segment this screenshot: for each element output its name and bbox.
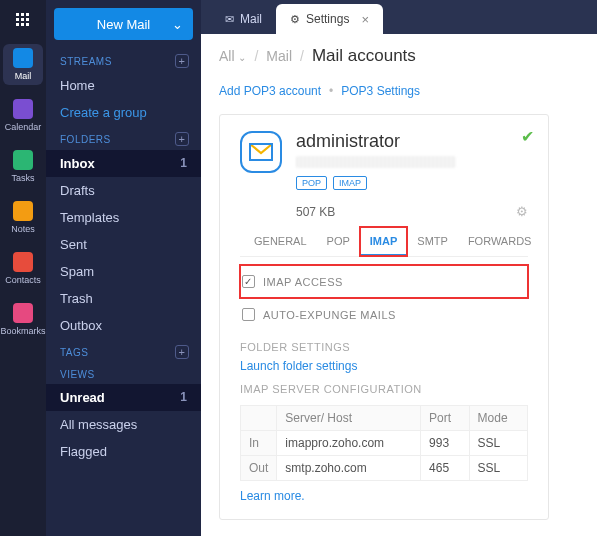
section-tags-header: TAGS+ [46, 339, 201, 363]
table-cell: 993 [421, 431, 469, 456]
imap-access-checkbox[interactable] [242, 275, 255, 288]
table-row: Inimappro.zoho.com993SSL [241, 431, 528, 456]
subtab-smtp[interactable]: SMTP [407, 227, 458, 256]
subtab-imap[interactable]: IMAP [360, 227, 408, 256]
calendar-icon [13, 99, 33, 119]
auto-expunge-checkbox[interactable] [242, 308, 255, 321]
add-folders-icon[interactable]: + [175, 132, 189, 146]
rail-contacts[interactable]: Contacts [3, 248, 43, 289]
main-pane: ✉Mail⚙Settings× All ⌄/Mail/Mail accounts… [201, 0, 597, 536]
add-streams-icon[interactable]: + [175, 54, 189, 68]
close-icon[interactable]: × [361, 12, 369, 27]
item-label: Flagged [60, 444, 107, 459]
table-row: Outsmtp.zoho.com465SSL [241, 456, 528, 481]
item-count: 1 [180, 156, 187, 171]
section-title: VIEWS [60, 369, 95, 380]
server-config-table: Server/ HostPortModeInimappro.zoho.com99… [240, 405, 528, 481]
rail-label: Mail [15, 71, 32, 81]
action-0[interactable]: Add POP3 account [219, 84, 321, 98]
subtab-forwards[interactable]: FORWARDS [458, 227, 542, 256]
tasks-icon [13, 150, 33, 170]
subtab-general[interactable]: GENERAL [244, 227, 317, 256]
rail-bookmarks[interactable]: Bookmarks [3, 299, 43, 340]
svg-rect-1 [21, 13, 24, 16]
learn-more-link[interactable]: Learn more. [240, 489, 528, 503]
item-label: Inbox [60, 156, 95, 171]
auto-expunge-label: AUTO-EXPUNGE MAILS [263, 309, 396, 321]
item-label: Outbox [60, 318, 102, 333]
breadcrumb-seg-0[interactable]: All ⌄ [219, 48, 246, 64]
svg-rect-4 [21, 18, 24, 21]
breadcrumb-seg-2: Mail accounts [312, 46, 416, 66]
tab-label: Mail [240, 12, 262, 26]
views-item-0[interactable]: Unread1 [46, 384, 201, 411]
imap-access-label: IMAP ACCESS [263, 276, 343, 288]
section-streams-header: STREAMS+ [46, 48, 201, 72]
item-label: Unread [60, 390, 105, 405]
breadcrumb-sep: / [300, 48, 304, 64]
imap-access-row[interactable]: IMAP ACCESS [240, 265, 528, 298]
item-label: Drafts [60, 183, 95, 198]
action-sep: • [329, 84, 333, 98]
new-mail-label: New Mail [97, 17, 150, 32]
verified-icon: ✔ [521, 127, 534, 146]
svg-rect-2 [26, 13, 29, 16]
rail-label: Bookmarks [1, 326, 46, 336]
folders-item-6[interactable]: Outbox [46, 312, 201, 339]
section-title: FOLDERS [60, 134, 111, 145]
tab-label: Settings [306, 12, 349, 26]
table-header: Port [421, 406, 469, 431]
tab-mail[interactable]: ✉Mail [211, 4, 276, 34]
badge-imap: IMAP [333, 176, 367, 190]
action-1[interactable]: POP3 Settings [341, 84, 420, 98]
gear-icon[interactable]: ⚙ [516, 204, 528, 219]
subtab-pop[interactable]: POP [317, 227, 360, 256]
mail-icon: ✉ [225, 13, 234, 26]
views-item-1[interactable]: All messages [46, 411, 201, 438]
svg-rect-7 [21, 23, 24, 26]
breadcrumb-seg-1[interactable]: Mail [266, 48, 292, 64]
auto-expunge-row[interactable]: AUTO-EXPUNGE MAILS [240, 298, 528, 331]
folders-item-4[interactable]: Spam [46, 258, 201, 285]
contacts-icon [13, 252, 33, 272]
rail-tasks[interactable]: Tasks [3, 146, 43, 187]
notes-icon [13, 201, 33, 221]
svg-rect-8 [26, 23, 29, 26]
rail-label: Tasks [11, 173, 34, 183]
account-name: administrator [296, 131, 456, 152]
chevron-down-icon[interactable]: ⌄ [172, 17, 183, 32]
tab-settings[interactable]: ⚙Settings× [276, 4, 383, 34]
streams-item-0[interactable]: Home [46, 72, 201, 99]
rail-notes[interactable]: Notes [3, 197, 43, 238]
new-mail-button[interactable]: New Mail ⌄ [54, 8, 193, 40]
views-item-2[interactable]: Flagged [46, 438, 201, 465]
folders-item-2[interactable]: Templates [46, 204, 201, 231]
server-config-title: IMAP SERVER CONFIGURATION [240, 373, 528, 401]
rail-label: Calendar [5, 122, 42, 132]
add-tags-icon[interactable]: + [175, 345, 189, 359]
folders-item-0[interactable]: Inbox1 [46, 150, 201, 177]
table-cell: Out [241, 456, 277, 481]
item-label: Home [60, 78, 95, 93]
section-title: TAGS [60, 347, 88, 358]
item-label: Sent [60, 237, 87, 252]
table-cell: 465 [421, 456, 469, 481]
item-label: Templates [60, 210, 119, 225]
action-links: Add POP3 account•POP3 Settings [219, 84, 579, 98]
rail-apps[interactable] [3, 6, 43, 34]
protocol-badges: POPIMAP [296, 176, 456, 190]
folders-item-1[interactable]: Drafts [46, 177, 201, 204]
rail-calendar[interactable]: Calendar [3, 95, 43, 136]
streams-item-1[interactable]: Create a group [46, 99, 201, 126]
svg-rect-0 [16, 13, 19, 16]
table-cell: In [241, 431, 277, 456]
folders-item-5[interactable]: Trash [46, 285, 201, 312]
folder-settings-title: FOLDER SETTINGS [240, 331, 528, 359]
mail-icon [13, 48, 33, 68]
launch-folder-settings-link[interactable]: Launch folder settings [240, 359, 528, 373]
rail-label: Contacts [5, 275, 41, 285]
badge-pop: POP [296, 176, 327, 190]
rail-mail[interactable]: Mail [3, 44, 43, 85]
folders-item-3[interactable]: Sent [46, 231, 201, 258]
table-cell: SSL [469, 456, 527, 481]
